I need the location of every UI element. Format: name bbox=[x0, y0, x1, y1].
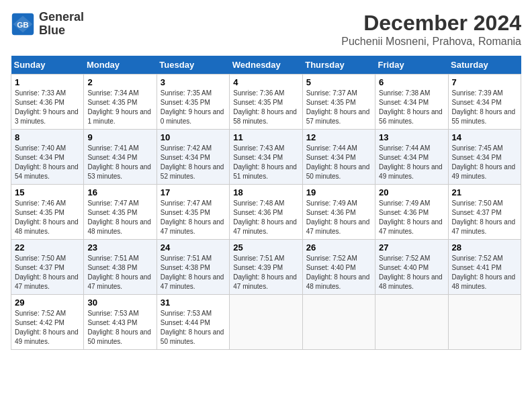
day-cell: 16 Sunrise: 7:47 AMSunset: 4:35 PMDaylig… bbox=[84, 185, 157, 240]
week-row-1: 1 Sunrise: 7:33 AMSunset: 4:36 PMDayligh… bbox=[11, 75, 521, 130]
day-number: 18 bbox=[233, 187, 298, 197]
svg-text:GB: GB bbox=[17, 20, 29, 29]
day-number: 15 bbox=[15, 187, 80, 197]
day-number: 11 bbox=[233, 132, 298, 142]
calendar: SundayMondayTuesdayWednesdayThursdayFrid… bbox=[11, 56, 521, 350]
day-cell: 11 Sunrise: 7:43 AMSunset: 4:34 PMDaylig… bbox=[230, 130, 302, 185]
day-number: 8 bbox=[15, 132, 80, 142]
day-header-wednesday: Wednesday bbox=[230, 56, 302, 75]
day-number: 4 bbox=[233, 77, 298, 87]
day-number: 27 bbox=[379, 242, 444, 253]
day-info: Sunrise: 7:41 AMSunset: 4:34 PMDaylight:… bbox=[87, 144, 152, 181]
day-header-monday: Monday bbox=[84, 56, 157, 75]
day-number: 17 bbox=[161, 187, 226, 197]
day-number: 29 bbox=[15, 298, 80, 308]
day-number: 31 bbox=[161, 298, 226, 308]
day-number: 24 bbox=[161, 242, 226, 253]
week-row-2: 8 Sunrise: 7:40 AMSunset: 4:34 PMDayligh… bbox=[11, 130, 521, 185]
day-number: 10 bbox=[161, 132, 226, 142]
day-number: 6 bbox=[379, 77, 444, 87]
day-info: Sunrise: 7:50 AMSunset: 4:37 PMDaylight:… bbox=[15, 254, 80, 291]
day-info: Sunrise: 7:48 AMSunset: 4:36 PMDaylight:… bbox=[233, 199, 298, 236]
day-number: 21 bbox=[452, 187, 517, 197]
logo: GB General Blue bbox=[11, 11, 84, 38]
week-row-5: 29 Sunrise: 7:52 AMSunset: 4:42 PMDaylig… bbox=[11, 295, 521, 350]
day-header-sunday: Sunday bbox=[11, 56, 84, 75]
day-cell: 29 Sunrise: 7:52 AMSunset: 4:42 PMDaylig… bbox=[11, 295, 84, 350]
week-row-3: 15 Sunrise: 7:46 AMSunset: 4:35 PMDaylig… bbox=[11, 185, 521, 240]
day-cell: 2 Sunrise: 7:34 AMSunset: 4:35 PMDayligh… bbox=[84, 75, 157, 130]
day-cell bbox=[375, 295, 448, 350]
day-number: 23 bbox=[87, 242, 152, 253]
day-number: 28 bbox=[452, 242, 517, 253]
day-cell: 4 Sunrise: 7:36 AMSunset: 4:35 PMDayligh… bbox=[230, 75, 302, 130]
day-cell: 18 Sunrise: 7:48 AMSunset: 4:36 PMDaylig… bbox=[230, 185, 302, 240]
day-cell: 8 Sunrise: 7:40 AMSunset: 4:34 PMDayligh… bbox=[11, 130, 84, 185]
day-cell: 20 Sunrise: 7:49 AMSunset: 4:36 PMDaylig… bbox=[375, 185, 448, 240]
day-cell: 31 Sunrise: 7:53 AMSunset: 4:44 PMDaylig… bbox=[157, 295, 229, 350]
day-info: Sunrise: 7:52 AMSunset: 4:40 PMDaylight:… bbox=[379, 254, 444, 291]
subtitle: Puchenii Mosneni, Prahova, Romania bbox=[341, 36, 521, 48]
day-info: Sunrise: 7:45 AMSunset: 4:34 PMDaylight:… bbox=[452, 144, 517, 181]
day-number: 14 bbox=[452, 132, 517, 142]
day-info: Sunrise: 7:46 AMSunset: 4:35 PMDaylight:… bbox=[15, 199, 80, 236]
day-number: 5 bbox=[306, 77, 371, 87]
day-info: Sunrise: 7:51 AMSunset: 4:39 PMDaylight:… bbox=[233, 254, 298, 291]
day-info: Sunrise: 7:36 AMSunset: 4:35 PMDaylight:… bbox=[233, 89, 298, 126]
calendar-header: SundayMondayTuesdayWednesdayThursdayFrid… bbox=[11, 56, 521, 75]
day-info: Sunrise: 7:47 AMSunset: 4:35 PMDaylight:… bbox=[87, 199, 152, 236]
day-info: Sunrise: 7:51 AMSunset: 4:38 PMDaylight:… bbox=[87, 254, 152, 291]
day-cell: 9 Sunrise: 7:41 AMSunset: 4:34 PMDayligh… bbox=[84, 130, 157, 185]
day-cell: 6 Sunrise: 7:38 AMSunset: 4:34 PMDayligh… bbox=[375, 75, 448, 130]
day-cell: 22 Sunrise: 7:50 AMSunset: 4:37 PMDaylig… bbox=[11, 240, 84, 295]
day-cell: 21 Sunrise: 7:50 AMSunset: 4:37 PMDaylig… bbox=[448, 185, 521, 240]
day-number: 25 bbox=[233, 242, 298, 253]
day-number: 7 bbox=[452, 77, 517, 87]
day-info: Sunrise: 7:51 AMSunset: 4:38 PMDaylight:… bbox=[161, 254, 226, 291]
day-cell: 26 Sunrise: 7:52 AMSunset: 4:40 PMDaylig… bbox=[302, 240, 375, 295]
logo-line1: General bbox=[39, 11, 84, 24]
title-area: December 2024 Puchenii Mosneni, Prahova,… bbox=[341, 11, 521, 48]
day-cell: 14 Sunrise: 7:45 AMSunset: 4:34 PMDaylig… bbox=[448, 130, 521, 185]
day-info: Sunrise: 7:44 AMSunset: 4:34 PMDaylight:… bbox=[379, 144, 444, 181]
logo-line2: Blue bbox=[39, 24, 84, 38]
day-info: Sunrise: 7:33 AMSunset: 4:36 PMDaylight:… bbox=[15, 89, 80, 126]
day-number: 9 bbox=[87, 132, 152, 142]
day-info: Sunrise: 7:47 AMSunset: 4:35 PMDaylight:… bbox=[161, 199, 226, 236]
logo-icon: GB bbox=[11, 12, 35, 36]
day-cell: 24 Sunrise: 7:51 AMSunset: 4:38 PMDaylig… bbox=[157, 240, 229, 295]
day-number: 26 bbox=[306, 242, 371, 253]
day-number: 1 bbox=[15, 77, 80, 87]
day-info: Sunrise: 7:42 AMSunset: 4:34 PMDaylight:… bbox=[161, 144, 226, 181]
day-info: Sunrise: 7:50 AMSunset: 4:37 PMDaylight:… bbox=[452, 199, 517, 236]
day-cell: 5 Sunrise: 7:37 AMSunset: 4:35 PMDayligh… bbox=[302, 75, 375, 130]
header: GB General Blue December 2024 Puchenii M… bbox=[11, 11, 521, 48]
day-cell: 15 Sunrise: 7:46 AMSunset: 4:35 PMDaylig… bbox=[11, 185, 84, 240]
day-info: Sunrise: 7:52 AMSunset: 4:42 PMDaylight:… bbox=[15, 309, 80, 347]
day-cell: 10 Sunrise: 7:42 AMSunset: 4:34 PMDaylig… bbox=[157, 130, 229, 185]
day-number: 2 bbox=[87, 77, 152, 87]
day-cell: 1 Sunrise: 7:33 AMSunset: 4:36 PMDayligh… bbox=[11, 75, 84, 130]
day-number: 20 bbox=[379, 187, 444, 197]
day-number: 13 bbox=[379, 132, 444, 142]
day-info: Sunrise: 7:53 AMSunset: 4:43 PMDaylight:… bbox=[87, 309, 152, 347]
day-info: Sunrise: 7:52 AMSunset: 4:40 PMDaylight:… bbox=[306, 254, 371, 291]
calendar-body: 1 Sunrise: 7:33 AMSunset: 4:36 PMDayligh… bbox=[11, 75, 521, 350]
day-cell: 23 Sunrise: 7:51 AMSunset: 4:38 PMDaylig… bbox=[84, 240, 157, 295]
month-title: December 2024 bbox=[341, 11, 521, 36]
day-header-tuesday: Tuesday bbox=[157, 56, 229, 75]
day-info: Sunrise: 7:40 AMSunset: 4:34 PMDaylight:… bbox=[15, 144, 80, 181]
day-cell: 28 Sunrise: 7:52 AMSunset: 4:41 PMDaylig… bbox=[448, 240, 521, 295]
day-info: Sunrise: 7:39 AMSunset: 4:34 PMDaylight:… bbox=[452, 89, 517, 126]
day-cell: 17 Sunrise: 7:47 AMSunset: 4:35 PMDaylig… bbox=[157, 185, 229, 240]
day-header-saturday: Saturday bbox=[448, 56, 521, 75]
day-number: 22 bbox=[15, 242, 80, 253]
day-number: 19 bbox=[306, 187, 371, 197]
day-info: Sunrise: 7:37 AMSunset: 4:35 PMDaylight:… bbox=[306, 89, 371, 126]
day-cell: 13 Sunrise: 7:44 AMSunset: 4:34 PMDaylig… bbox=[375, 130, 448, 185]
day-info: Sunrise: 7:34 AMSunset: 4:35 PMDaylight:… bbox=[87, 89, 152, 126]
day-header-friday: Friday bbox=[375, 56, 448, 75]
day-cell: 25 Sunrise: 7:51 AMSunset: 4:39 PMDaylig… bbox=[230, 240, 302, 295]
day-number: 30 bbox=[87, 298, 152, 308]
day-cell bbox=[230, 295, 302, 350]
